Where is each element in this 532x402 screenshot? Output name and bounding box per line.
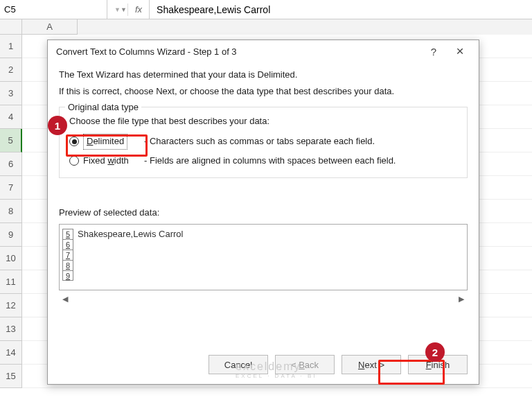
separator (127, 3, 128, 16)
dialog-titlebar[interactable]: Convert Text to Columns Wizard - Step 1 … (48, 40, 479, 62)
name-box-wrap[interactable]: ▼ (0, 0, 107, 19)
group-prompt: Choose the file type that best describes… (69, 114, 457, 128)
fx-icon[interactable]: fx (135, 4, 142, 15)
row-header-selected[interactable]: 5 (0, 129, 22, 152)
row-header[interactable]: 9 (0, 223, 22, 247)
radio-delimited-desc: - Characters such as commas or tabs sepa… (144, 134, 375, 148)
row-header[interactable]: 8 (0, 200, 22, 223)
select-all-corner[interactable] (0, 19, 22, 35)
formula-bar: ▼ ▼ fx Shakespeare,Lewis Carrol (0, 0, 532, 19)
intro-line-2: If this is correct, choose Next, or choo… (59, 85, 468, 98)
row-header[interactable]: 1 (0, 35, 22, 58)
intro-text: The Text Wizard has determined that your… (59, 68, 468, 101)
preview-rownum: 8 (62, 260, 73, 270)
back-button: < Back (275, 355, 335, 374)
preview-rownum: 5 (62, 229, 73, 239)
dialog-title: Convert Text to Columns Wizard - Step 1 … (56, 46, 420, 57)
radio-icon[interactable] (69, 137, 79, 146)
preview-rownum: 7 (62, 250, 73, 260)
fx-controls: ▼ fx (107, 0, 150, 19)
close-icon[interactable]: × (447, 42, 473, 61)
row-header[interactable]: 2 (0, 58, 22, 82)
preview-rownum: 9 (62, 270, 73, 281)
row-header[interactable]: 15 (0, 365, 22, 388)
row-header[interactable]: 6 (0, 152, 22, 176)
formula-input[interactable]: Shakespeare,Lewis Carrol (150, 4, 532, 15)
name-box[interactable] (4, 4, 121, 15)
annotation-badge-1: 1 (48, 116, 67, 135)
preview-content: Shakespeare,Lewis Carrol (78, 229, 183, 286)
help-button[interactable]: ? (420, 42, 447, 61)
next-button[interactable]: Next > (342, 355, 401, 374)
preview-box: 5 6 7 8 9 Shakespeare,Lewis Carrol (59, 224, 468, 290)
dropdown-icon[interactable]: ▼ (114, 6, 121, 13)
row-header[interactable]: 12 (0, 294, 22, 317)
radio-fixed-row[interactable]: Fixed width - Fields are aligned in colu… (69, 154, 457, 168)
row-header[interactable]: 3 (0, 82, 22, 105)
radio-delimited-row[interactable]: Delimited - Characters such as commas or… (69, 134, 457, 149)
cancel-button[interactable]: Cancel (209, 355, 268, 374)
row-header[interactable]: 14 (0, 341, 22, 365)
radio-fixed-desc: - Fields are aligned in columns with spa… (144, 154, 396, 168)
original-data-type-group: Original data type Choose the file type … (59, 107, 468, 177)
text-to-columns-wizard-dialog: Convert Text to Columns Wizard - Step 1 … (47, 40, 479, 385)
radio-delimited-label: Delimited (83, 134, 127, 149)
dialog-body: The Text Wizard has determined that your… (48, 62, 479, 349)
group-legend: Original data type (65, 101, 141, 114)
preview-rownum: 6 (62, 239, 73, 250)
row-header[interactable]: 10 (0, 247, 22, 270)
dialog-buttons: Cancel < Back Next > Finish (48, 349, 479, 384)
column-header[interactable]: A (22, 19, 78, 35)
row-header[interactable]: 13 (0, 317, 22, 341)
scroll-left-icon[interactable]: ◀ (59, 293, 71, 305)
row-header[interactable]: 7 (0, 176, 22, 200)
annotation-badge-2: 2 (425, 342, 445, 362)
scroll-right-icon[interactable]: ▶ (455, 293, 468, 305)
preview-rownums: 5 6 7 8 9 (62, 229, 73, 286)
preview-scrollbar[interactable]: ◀ ▶ (59, 293, 468, 306)
preview-label: Preview of selected data: (59, 206, 468, 220)
row-header[interactable]: 11 (0, 270, 22, 294)
column-headers: A (0, 19, 532, 35)
intro-line-1: The Text Wizard has determined that your… (59, 68, 468, 82)
row-header[interactable]: 4 (0, 105, 22, 129)
radio-fixed-label: Fixed width (83, 154, 129, 168)
radio-icon[interactable] (69, 156, 79, 166)
